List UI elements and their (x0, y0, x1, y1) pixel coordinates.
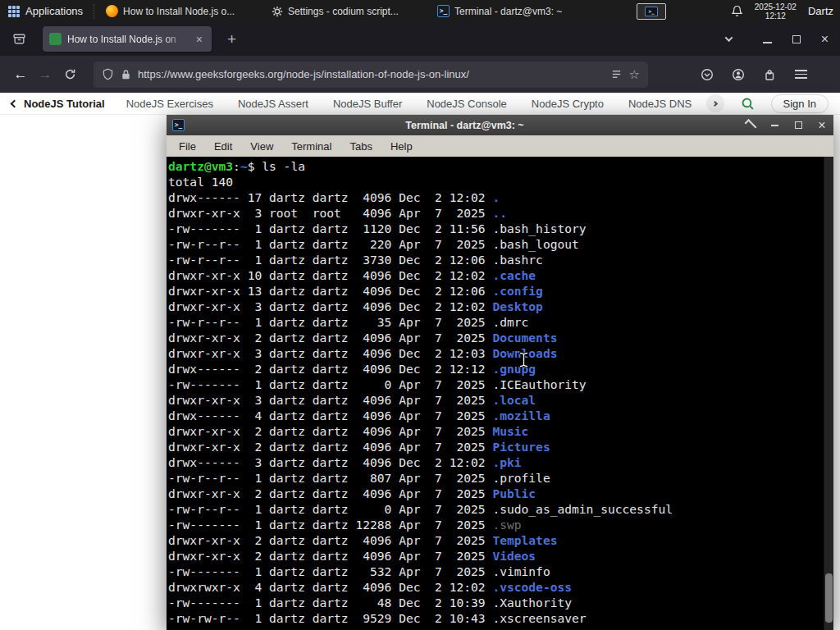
bookmark-star-icon[interactable]: ☆ (629, 67, 640, 82)
terminal-scrollbar[interactable] (824, 157, 833, 630)
gear-icon (272, 6, 283, 17)
terminal-minimize-button[interactable] (769, 125, 780, 126)
terminal-output[interactable]: dartz@vm3:~$ ls -latotal 140drwx------ 1… (167, 157, 833, 626)
terminal-icon: >_ (437, 5, 450, 17)
terminal-menu-bar: File Edit View Terminal Tabs Help (167, 135, 833, 157)
menu-icon[interactable] (789, 62, 812, 87)
browser-window-controls: × (763, 32, 840, 47)
new-tab-button[interactable]: + (221, 30, 242, 48)
terminal-line: drwxr-xr-x 13 dartz dartz 4096 Dec 2 12:… (168, 283, 822, 299)
menu-terminal[interactable]: Terminal (282, 140, 340, 153)
terminal-line: drwxr-xr-x 3 dartz dartz 4096 Apr 7 2025… (168, 392, 822, 408)
workspace-window-icon: >_ (645, 7, 658, 16)
site-nav-back-chevron-icon[interactable] (11, 101, 17, 107)
terminal-line: -rw------- 1 dartz dartz 532 Apr 7 2025 … (168, 564, 822, 579)
site-navigation: NodeJS Tutorial NodeJS Exercises NodeJS … (0, 93, 840, 115)
terminal-window: >_ Terminal - dartz@vm3: ~ × File Edit V… (167, 115, 833, 630)
terminal-close-button[interactable]: × (816, 119, 828, 132)
mouse-cursor (518, 351, 529, 372)
terminal-maximize-button[interactable] (792, 121, 804, 129)
tab-title: How to Install Node.js on (67, 34, 188, 45)
terminal-line: drwxrwxr-x 4 dartz dartz 4096 Dec 2 12:0… (168, 579, 822, 595)
terminal-line: -rw------- 1 dartz dartz 48 Dec 2 10:39 … (168, 595, 822, 610)
extensions-icon[interactable] (758, 62, 781, 87)
terminal-line: drwxr-xr-x 2 dartz dartz 4096 Apr 7 2025… (168, 532, 822, 548)
terminal-line: -rw------- 1 dartz dartz 0 Apr 7 2025 .I… (168, 377, 822, 392)
applications-menu-button[interactable]: Applications (0, 0, 91, 22)
terminal-line: drwxr-xr-x 3 dartz dartz 4096 Dec 2 12:0… (168, 299, 822, 314)
terminal-line: drwxr-xr-x 3 dartz dartz 4096 Dec 2 12:0… (168, 345, 822, 361)
lock-icon[interactable] (121, 69, 131, 80)
url-bar[interactable]: https://www.geeksforgeeks.org/node-js/in… (94, 62, 648, 88)
toolbar-right-icons (696, 62, 812, 87)
terminal-body[interactable]: dartz@vm3:~$ ls -latotal 140drwx------ 1… (167, 157, 833, 630)
terminal-window-controls: × (745, 119, 828, 132)
tab-close-icon[interactable]: × (194, 33, 205, 46)
menu-file[interactable]: File (170, 140, 205, 153)
desktop: Applications How to Install Node.js o...… (0, 0, 840, 630)
terminal-line: drwxr-xr-x 2 dartz dartz 4096 Apr 7 2025… (168, 548, 822, 564)
terminal-line: drwx------ 4 dartz dartz 4096 Apr 7 2025… (168, 408, 822, 423)
site-nav-link[interactable]: NodeJS Console (427, 98, 507, 110)
account-icon[interactable] (727, 62, 750, 87)
firefox-icon (106, 5, 118, 17)
site-nav-next-chevron-icon[interactable] (706, 94, 724, 112)
site-favicon (49, 33, 62, 45)
site-nav-link[interactable]: NodeJS Assert (238, 98, 308, 110)
browser-nav-toolbar: ← → https://www.geeksforgeeks.org/node-j… (0, 56, 840, 93)
terminal-line: drwxr-xr-x 3 root root 4096 Apr 7 2025 .… (168, 205, 822, 221)
tracking-protection-shield-icon[interactable] (102, 68, 114, 80)
site-nav-link[interactable]: NodeJS Crypto (532, 98, 604, 110)
reload-button[interactable] (57, 62, 82, 87)
back-button[interactable]: ← (8, 62, 33, 87)
window-minimize-button[interactable] (763, 32, 772, 47)
taskbar-window-title: Settings - codium script... (288, 6, 399, 17)
terminal-line: drwxr-xr-x 2 dartz dartz 4096 Apr 7 2025… (168, 423, 822, 439)
applications-label: Applications (25, 5, 83, 17)
site-nav-active-link[interactable]: NodeJS Tutorial (24, 98, 105, 110)
window-maximize-button[interactable] (792, 32, 801, 47)
site-nav-link[interactable]: NodeJS Exercises (126, 98, 213, 110)
site-nav-right: Sign In (698, 94, 832, 113)
window-close-button[interactable]: × (821, 33, 829, 46)
terminal-line: -rw-r--r-- 1 dartz dartz 0 Apr 7 2025 .s… (168, 501, 822, 517)
site-nav-link[interactable]: NodeJS DNS (628, 98, 692, 110)
list-all-tabs-chevron-icon[interactable] (726, 36, 732, 42)
taskbar-window-terminal[interactable]: >_ Terminal - dartz@vm3: ~ (431, 2, 594, 21)
url-text: https://www.geeksforgeeks.org/node-js/in… (138, 68, 604, 80)
notification-bell-icon[interactable] (731, 5, 743, 17)
terminal-total-line: total 140 (168, 174, 822, 189)
menu-view[interactable]: View (241, 140, 282, 153)
terminal-scrollbar-thumb[interactable] (825, 573, 833, 623)
taskbar-window-title: Terminal - dartz@vm3: ~ (454, 6, 562, 17)
forward-button[interactable]: → (33, 62, 57, 87)
menu-help[interactable]: Help (381, 140, 422, 153)
firefox-view-icon[interactable] (7, 27, 31, 52)
browser-tab[interactable]: How to Install Node.js on × (43, 26, 212, 52)
menu-tabs[interactable]: Tabs (340, 140, 381, 153)
taskbar-clock[interactable]: 2025-12-02 12:12 (755, 2, 797, 21)
workspace-switcher[interactable]: >_ (637, 3, 666, 20)
menu-edit[interactable]: Edit (205, 140, 241, 153)
taskbar: Applications How to Install Node.js o...… (0, 0, 840, 22)
reader-mode-icon[interactable] (610, 68, 623, 80)
terminal-line: drwx------ 17 dartz dartz 4096 Dec 2 12:… (168, 189, 822, 205)
terminal-window-title: Terminal - dartz@vm3: ~ (185, 120, 745, 131)
terminal-shade-button[interactable] (745, 122, 756, 128)
taskbar-status-area: 2025-12-02 12:12 Dartz (731, 2, 840, 21)
site-nav-links: NodeJS Exercises NodeJS Assert NodeJS Bu… (126, 98, 698, 110)
terminal-line: -rw-r--r-- 1 dartz dartz 35 Apr 7 2025 .… (168, 314, 822, 330)
pocket-icon[interactable] (696, 62, 719, 87)
site-nav-link[interactable]: NodeJS Buffer (333, 98, 402, 110)
sign-in-button[interactable]: Sign In (771, 94, 829, 113)
taskbar-window-settings[interactable]: Settings - codium script... (266, 2, 428, 21)
terminal-prompt-line: dartz@vm3:~$ ls -la (168, 158, 822, 174)
terminal-line: drwx------ 2 dartz dartz 4096 Dec 2 12:1… (168, 361, 822, 377)
taskbar-window-firefox[interactable]: How to Install Node.js o... (100, 2, 262, 21)
terminal-window-icon: >_ (172, 119, 185, 131)
search-icon[interactable] (741, 97, 755, 111)
taskbar-user[interactable]: Dartz (808, 5, 833, 17)
terminal-line: -rw------- 1 dartz dartz 1120 Dec 2 11:5… (168, 221, 822, 236)
terminal-title-bar[interactable]: >_ Terminal - dartz@vm3: ~ × (167, 115, 833, 135)
terminal-line: drwxr-xr-x 2 dartz dartz 4096 Apr 7 2025… (168, 330, 822, 345)
